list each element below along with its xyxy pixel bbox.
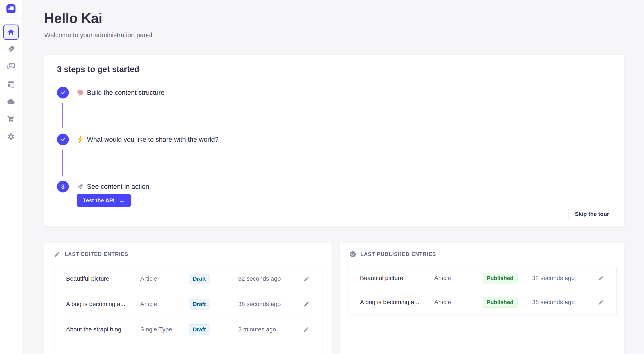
skip-the-tour-button[interactable]: Skip the tour [568, 208, 616, 220]
home-icon [7, 28, 15, 36]
gear-icon [7, 133, 15, 140]
layout-icon [7, 80, 15, 88]
entry-title: Beautiful picture [66, 275, 140, 282]
onboarding-title: 3 steps to get started [57, 65, 139, 74]
entry-title: About the strapi blog [66, 326, 140, 333]
table-row: A bug is becoming a... Article Published… [349, 290, 616, 314]
brain-emoji-icon [76, 89, 84, 96]
status-badge: Draft [189, 324, 210, 335]
edit-entry-button[interactable] [303, 326, 310, 333]
test-the-api-label: Test the API [83, 197, 114, 204]
check-circle-icon [350, 251, 356, 257]
strapi-admin-home: Hello Kai Welcome to your administration… [0, 0, 644, 354]
status-badge: Draft [189, 274, 210, 284]
step-3-number: 3 [61, 183, 65, 190]
sidebar-item-marketplace[interactable] [7, 115, 15, 123]
entry-title: Beautiful picture [360, 275, 434, 282]
pencil-icon [598, 299, 604, 305]
step-3-label[interactable]: See content in action [76, 181, 149, 192]
arrow-right-icon: → [118, 197, 125, 204]
check-icon [60, 137, 66, 142]
edit-entry-button[interactable] [597, 299, 604, 306]
sidebar [0, 0, 22, 354]
entry-type: Article [434, 299, 482, 306]
step-2-label[interactable]: What would you like to share with the wo… [76, 134, 218, 145]
entry-type: Single-Type [140, 326, 189, 333]
cloud-icon [7, 98, 15, 106]
rocket-emoji-icon [76, 183, 84, 190]
last-published-title: LAST PUBLISHED ENTRIES [360, 251, 436, 257]
entry-title: A bug is becoming a... [66, 301, 140, 308]
edit-entry-button[interactable] [303, 301, 310, 308]
table-row: Beautiful picture Article Published 32 s… [349, 266, 616, 290]
page-subtitle: Welcome to your administration panel [44, 31, 152, 39]
table-row: A bug is becoming a... Article Draft 38 … [55, 291, 322, 317]
strapi-logo-glyph [6, 4, 16, 13]
step-connector-line [62, 103, 63, 128]
entry-time: 32 seconds ago [238, 275, 303, 282]
last-published-header: LAST PUBLISHED ENTRIES [350, 251, 436, 257]
entry-type: Article [140, 301, 189, 308]
step-1-label[interactable]: Build the content structure [76, 87, 164, 98]
last-edited-title: LAST EDITED ENTRIES [64, 251, 128, 257]
sidebar-item-deploy[interactable] [7, 98, 15, 106]
pencil-icon [304, 276, 310, 282]
step-1-check-circle [57, 87, 69, 98]
pencil-icon [304, 327, 310, 333]
page-title: Hello Kai [44, 10, 102, 26]
last-edited-table: Beautiful picture Article Draft 32 secon… [55, 266, 322, 354]
step-connector-line [62, 149, 63, 177]
feather-icon [7, 45, 15, 53]
entry-time: 38 seconds ago [238, 301, 303, 308]
sidebar-logo-section [0, 0, 22, 18]
sidebar-item-settings[interactable] [7, 133, 15, 140]
onboarding-card: 3 steps to get started Build the content… [44, 55, 624, 227]
entry-type: Article [140, 275, 189, 282]
entry-type: Article [434, 275, 482, 282]
step-2-text: What would you like to share with the wo… [87, 136, 218, 143]
strapi-logo[interactable] [6, 4, 16, 13]
entry-title: A bug is becoming a... [360, 299, 434, 306]
pencil-icon [304, 301, 310, 307]
media-library-icon [7, 63, 15, 70]
status-badge: Published [482, 297, 518, 308]
sidebar-item-home[interactable] [3, 24, 19, 40]
check-icon [60, 90, 66, 95]
table-row: About the strapi blog Single-Type Draft … [55, 317, 322, 342]
step-2-check-circle [57, 134, 69, 145]
edit-entry-button[interactable] [303, 275, 310, 282]
entry-time: 2 minutes ago [238, 326, 303, 333]
pencil-icon [598, 275, 604, 281]
sidebar-item-content-manager[interactable] [7, 45, 15, 53]
entry-time: 32 seconds ago [532, 275, 597, 282]
sidebar-item-content-type-builder[interactable] [7, 80, 15, 88]
step-3-text: See content in action [87, 183, 149, 191]
test-the-api-button[interactable]: Test the API → [76, 194, 131, 207]
table-row: Beautiful picture Article Draft 32 secon… [55, 266, 322, 291]
lightning-emoji-icon [76, 136, 84, 143]
cart-icon [7, 115, 15, 123]
status-badge: Draft [189, 299, 210, 310]
pencil-icon [54, 251, 60, 257]
status-badge: Published [482, 273, 518, 284]
last-edited-header: LAST EDITED ENTRIES [54, 251, 128, 257]
step-1-text: Build the content structure [87, 89, 164, 97]
sidebar-item-media-library[interactable] [7, 63, 15, 70]
edit-entry-button[interactable] [597, 274, 604, 282]
last-published-entries-widget: LAST PUBLISHED ENTRIES Beautiful picture… [340, 243, 624, 354]
entry-time: 38 seconds ago [532, 299, 597, 306]
last-published-table: Beautiful picture Article Published 32 s… [349, 266, 617, 315]
step-3-number-circle: 3 [57, 181, 69, 192]
last-edited-entries-widget: LAST EDITED ENTRIES Beautiful picture Ar… [44, 243, 332, 354]
